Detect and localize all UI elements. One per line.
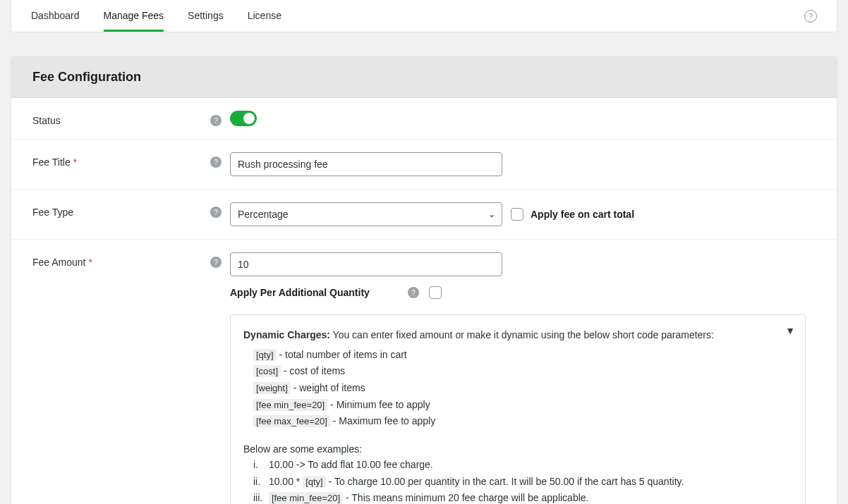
status-toggle[interactable]: [230, 111, 257, 126]
help-fee-title-icon[interactable]: ?: [210, 156, 222, 168]
fee-config-card: Fee Configuration Status ? Fee Title* ?: [11, 56, 837, 504]
label-status: Status: [32, 111, 202, 126]
fee-amount-input[interactable]: [230, 252, 502, 276]
help-fee-type-icon[interactable]: ?: [210, 207, 222, 218]
help-icon[interactable]: ?: [804, 10, 817, 23]
apq-label: Apply Per Additional Quantity: [230, 287, 398, 298]
label-fee-amount: Fee Amount*: [32, 252, 202, 268]
examples-list: i. 10.00 -> To add flat 10.00 fee charge…: [253, 457, 792, 504]
label-fee-type: Fee Type: [32, 202, 202, 218]
row-fee-amount: Fee Amount* ? Apply Per Additional Quant…: [11, 240, 837, 504]
help-apq-icon[interactable]: ?: [408, 287, 419, 298]
dynamic-intro: You can enter fixed amount or make it dy…: [330, 329, 714, 340]
row-fee-type: Fee Type ? Percentage ⌄ Apply fee on car…: [11, 190, 837, 240]
shortcode-list: [qty] - total number of items in cart [c…: [253, 348, 792, 429]
examples-lead: Below are some examples:: [243, 442, 792, 457]
tab-settings[interactable]: Settings: [188, 0, 224, 32]
fee-type-select[interactable]: Percentage: [230, 202, 502, 226]
section-header: Fee Configuration: [11, 57, 837, 98]
tab-dashboard[interactable]: Dashboard: [31, 0, 80, 32]
help-status-icon[interactable]: ?: [210, 115, 222, 126]
apq-checkbox[interactable]: [429, 286, 442, 299]
tab-bar: Dashboard Manage Fees Settings License: [31, 0, 281, 32]
tab-manage-fees[interactable]: Manage Fees: [104, 0, 164, 32]
tab-license[interactable]: License: [248, 0, 281, 32]
help-fee-amount-icon[interactable]: ?: [210, 257, 222, 268]
row-fee-title: Fee Title* ?: [11, 140, 837, 190]
label-fee-title: Fee Title*: [32, 152, 202, 168]
row-status: Status ?: [11, 98, 837, 140]
dynamic-charges-info: ▼ Dynamic Charges: You can enter fixed a…: [230, 314, 806, 504]
collapse-icon[interactable]: ▼: [785, 324, 795, 339]
section-title: Fee Configuration: [32, 70, 816, 85]
apply-on-cart-total-label: Apply fee on cart total: [531, 209, 634, 220]
apply-on-cart-total-checkbox[interactable]: [511, 208, 523, 221]
fee-title-input[interactable]: [230, 152, 502, 176]
dynamic-title: Dynamic Charges:: [243, 329, 330, 340]
top-tabs-card: Dashboard Manage Fees Settings License ?: [11, 0, 837, 32]
